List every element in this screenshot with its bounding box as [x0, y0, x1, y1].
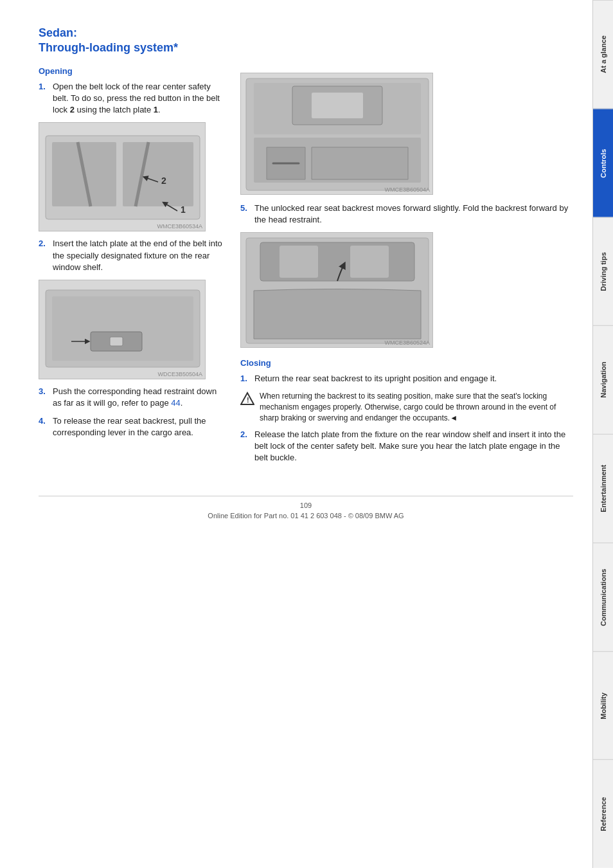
right-column: WMCE3B60504A 5. The unlocked rear seat b… [240, 66, 573, 471]
svg-rect-3 [123, 142, 193, 206]
sidebar-tab-driving-tips[interactable]: Driving tips [593, 217, 613, 326]
step-number-5: 5. [240, 203, 251, 226]
closing-steps-2: 2. Release the latch plate from the fixt… [240, 429, 573, 464]
sidebar-tab-controls[interactable]: Controls [593, 109, 613, 217]
warning-text: When returning the backrest to its seati… [260, 391, 573, 423]
left-column: Opening 1. Open the belt lock of the rea… [39, 66, 225, 471]
image-belt-lock: 2 1 WMCE3B60534A [39, 122, 206, 231]
sidebar-tab-communications[interactable]: Communications [593, 543, 613, 651]
warning-box: ! When returning the backrest to its sea… [240, 391, 573, 423]
step-item: 1. Open the belt lock of the rear center… [39, 81, 225, 116]
svg-text:1: 1 [181, 204, 186, 215]
closing-step-number-2: 2. [240, 429, 251, 464]
sidebar-tab-at-a-glance[interactable]: At a glance [593, 0, 613, 109]
step-text-3: Push the corresponding head restraint do… [53, 386, 225, 409]
two-column-layout: Opening 1. Open the belt lock of the rea… [39, 66, 573, 471]
step-number-2: 2. [39, 238, 49, 273]
title-line2: Through-loading system* [39, 41, 178, 54]
svg-text:2: 2 [161, 176, 166, 186]
sidebar-tab-navigation[interactable]: Navigation [593, 325, 613, 434]
closing-step-text-2: Release the latch plate from the fixture… [254, 429, 573, 464]
svg-rect-14 [110, 337, 123, 346]
belt-lock-svg: 2 1 [39, 123, 206, 231]
step-text-4: To release the rear seat backrest, pull … [53, 415, 225, 439]
warning-icon: ! [240, 392, 254, 406]
image-backrest-fold: WMCE3B60524A [240, 232, 433, 348]
closing-title: Closing [240, 358, 573, 368]
page-footer: 109 Online Edition for Part no. 01 41 2 … [39, 496, 573, 520]
closing-step-2: 2. Release the latch plate from the fixt… [240, 429, 573, 464]
closing-step-1: 1. Return the rear seat backrest to its … [240, 373, 573, 384]
svg-rect-26 [350, 246, 389, 278]
svg-text:!: ! [247, 396, 249, 404]
step-item-3: 3. Push the corresponding head restraint… [39, 386, 225, 409]
sidebar-tab-reference[interactable]: Reference [593, 759, 613, 868]
title-line1: Sedan: [39, 26, 77, 39]
trunk-top-svg [241, 73, 433, 195]
rear-shelf-svg [39, 280, 206, 379]
footer-text: Online Edition for Part no. 01 41 2 603 … [39, 512, 573, 520]
opening-title: Opening [39, 66, 225, 76]
main-content: Sedan: Through-loading system* Opening 1… [0, 0, 592, 868]
step-item-4: 4. To release the rear seat backrest, pu… [39, 415, 225, 439]
svg-rect-19 [312, 93, 363, 118]
image-trunk-top: WMCE3B60504A [240, 73, 433, 195]
image-caption-3: WMCE3B60504A [384, 186, 430, 193]
closing-step-text-1: Return the rear seat backrest to its upr… [254, 373, 497, 384]
svg-rect-25 [280, 246, 318, 278]
page-title: Sedan: Through-loading system* [39, 26, 573, 56]
image-caption-2: WDCE3B50504A [157, 371, 202, 377]
sidebar-tab-entertainment[interactable]: Entertainment [593, 434, 613, 543]
step-text-5: The unlocked rear seat backrest moves fo… [254, 203, 573, 226]
step-number-3: 3. [39, 386, 49, 409]
sidebar: At a glance Controls Driving tips Naviga… [592, 0, 613, 868]
sidebar-tab-mobility[interactable]: Mobility [593, 651, 613, 760]
step-number-4: 4. [39, 415, 49, 439]
step-number: 1. [39, 81, 49, 116]
step-item-5: 5. The unlocked rear seat backrest moves… [240, 203, 573, 226]
closing-section: Closing 1. Return the rear seat backrest… [240, 358, 573, 464]
page-link-44[interactable]: 44 [171, 398, 180, 408]
page-number: 109 [39, 502, 573, 509]
closing-step-number-1: 1. [240, 373, 251, 384]
backrest-fold-svg [241, 233, 433, 348]
right-steps: 5. The unlocked rear seat backrest moves… [240, 203, 573, 226]
page-wrapper: Sedan: Through-loading system* Opening 1… [0, 0, 613, 868]
opening-steps-2: 2. Insert the latch plate at the end of … [39, 238, 225, 273]
opening-steps-34: 3. Push the corresponding head restraint… [39, 386, 225, 439]
step-text: Open the belt lock of the rear center sa… [53, 81, 225, 116]
image-rear-shelf: WDCE3B50504A [39, 280, 206, 379]
image-caption-4: WMCE3B60524A [384, 339, 430, 346]
step-text-2: Insert the latch plate at the end of the… [53, 238, 225, 273]
closing-steps: 1. Return the rear seat backrest to its … [240, 373, 573, 384]
image-caption-1: WMCE3B60534A [157, 223, 202, 230]
step-item-2: 2. Insert the latch plate at the end of … [39, 238, 225, 273]
opening-steps: 1. Open the belt lock of the rear center… [39, 81, 225, 116]
